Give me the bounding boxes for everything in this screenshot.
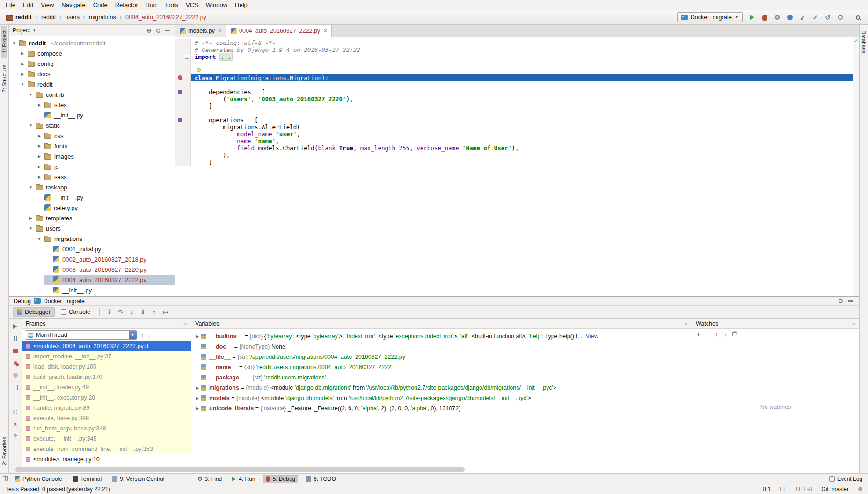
frame-row[interactable]: execute, __init__.py:345 [22,434,191,444]
tree-item[interactable]: ▶docs [9,69,175,79]
variable-row[interactable]: ▶models = {module} <module 'django.db.mo… [191,393,692,403]
tree-item[interactable]: ▶templates [9,213,175,223]
tree-item[interactable]: 0003_auto_20160327_2220.py [9,264,175,275]
variable-row[interactable]: __name__ = {str} 'reddit.users.migration… [191,362,692,372]
vcs-update-button[interactable]: ↙ [797,12,808,22]
chevron-expanded-icon[interactable]: ▼ [28,93,34,97]
tree-item[interactable]: ▼static [9,120,175,131]
close-button[interactable]: × [11,420,20,428]
toolwindow-switcher-icon[interactable] [3,476,8,481]
frame-row[interactable]: __init__, loader.py:49 [22,382,191,392]
close-icon[interactable]: × [324,28,327,34]
tool-button-6-todo[interactable]: 6: TODO [303,475,339,483]
tree-item[interactable]: __init__.py [9,285,175,295]
force-step-into-icon[interactable]: ⇓ [138,308,148,316]
tree-item[interactable]: ▶compose [9,48,175,58]
chevron-collapsed-icon[interactable]: ▶ [194,386,201,390]
chevron-collapsed-icon[interactable]: ▶ [36,165,43,169]
breadcrumb-item[interactable]: users [64,14,81,21]
vcs-rollback-button[interactable]: ↺ [822,12,833,22]
tree-item[interactable]: ▼users [9,223,175,233]
frame-row[interactable]: handle, migrate.py:89 [22,403,191,413]
menu-item-run[interactable]: Run [142,0,160,10]
variable-row[interactable]: ▶migrations = {module} <module 'django.d… [191,383,692,393]
notifications-icon[interactable] [858,487,862,491]
chevron-collapsed-icon[interactable]: ▶ [194,334,201,339]
chevron-collapsed-icon[interactable]: ▶ [36,103,43,107]
line-separator-indicator[interactable]: LF [780,486,787,493]
breadcrumb-item[interactable]: migrations [88,14,117,21]
tree-item[interactable]: celery.py [9,203,175,213]
hide-panel-button[interactable] [164,27,171,34]
move-down-icon[interactable]: ↓ [724,331,727,338]
chevron-collapsed-icon[interactable]: ▶ [36,175,43,179]
view-link[interactable]: View [586,333,598,340]
locate-button[interactable] [145,27,153,34]
step-out-icon[interactable]: ↑ [149,308,160,316]
breadcrumb-item[interactable]: 0004_auto_20160327_2222.py [124,14,208,21]
pin-button[interactable] [11,408,20,415]
coverage-button[interactable] [772,12,783,22]
tree-item[interactable]: ▶config [9,58,175,69]
tool-button-python-console[interactable]: Python Console [12,475,65,483]
tool-button-4-run[interactable]: 4: Run [229,475,258,483]
step-into-icon[interactable]: ↓ [127,308,137,316]
debug-tab-debugger[interactable]: Debugger [13,307,55,317]
history-button[interactable] [835,12,846,22]
move-up-icon[interactable]: ↑ [715,331,718,338]
tree-item[interactable]: __init__.py [9,192,175,203]
frame-row[interactable]: run_from_argv, base.py:348 [22,423,191,434]
tool-stripe-1-project[interactable]: 1: Project [1,26,7,58]
tree-item[interactable]: 0001_initial.py [9,244,175,254]
float-panel-icon[interactable]: ↗ [852,321,855,327]
menu-item-window[interactable]: Window [202,0,231,10]
search-everywhere-button[interactable] [852,12,863,22]
horizontal-scrollbar[interactable] [15,467,465,472]
caret-position[interactable]: 8:1 [763,486,771,493]
view-breakpoints-button[interactable] [11,359,20,367]
file-encoding-indicator[interactable]: UTF-8 [796,486,812,493]
menu-item-view[interactable]: View [37,0,58,10]
status-message[interactable]: Tests Passed: 0 passed (yesterday 22:21) [6,486,110,493]
frame-row[interactable]: import_module, __init__.py:37 [22,351,191,362]
tree-item[interactable]: ▶js [9,161,175,172]
chevron-collapsed-icon[interactable]: ▶ [36,154,43,159]
tool-button-event-log[interactable]: Event Log [826,475,865,483]
variable-row[interactable]: __doc__ = {NoneType} None [191,341,692,352]
chevron-collapsed-icon[interactable]: ▶ [19,51,26,56]
inspection-status-icon[interactable]: ✓ [853,37,859,44]
editor-tab[interactable]: 0004_auto_20160327_2222.py× [226,25,332,37]
debug-tab-console[interactable]: Console [57,307,95,317]
chevron-expanded-icon[interactable]: ▼ [28,185,34,189]
menu-item-tools[interactable]: Tools [160,0,182,10]
resume-button[interactable] [11,323,20,330]
chevron-collapsed-icon[interactable]: ▶ [36,134,43,138]
chevron-collapsed-icon[interactable]: ▶ [19,72,26,76]
settings-button[interactable] [154,27,162,34]
tree-item[interactable]: ▼taskapp [9,182,175,192]
tree-item[interactable]: ▼reddit [9,79,175,89]
breakpoint-icon[interactable] [178,75,182,80]
breadcrumb-item[interactable]: reddit [5,14,33,21]
frame-row[interactable]: <module>, manage.py:10 [22,454,191,465]
frame-row[interactable]: <module>, 0004_auto_20160327_2222.py:8 [22,341,191,351]
breadcrumb-item[interactable]: reddit [40,14,57,21]
duplicate-icon[interactable] [732,332,736,336]
frame-row[interactable]: execute, base.py:399 [22,413,191,423]
previous-frame-icon[interactable]: ↑ [141,332,144,339]
tool-button-terminal[interactable]: Terminal [70,475,104,483]
tool-button-3-find[interactable]: 3: Find [195,475,225,483]
tree-item[interactable]: ▶css [9,131,175,141]
vcs-branch-indicator[interactable]: Git: master [821,486,849,493]
intention-bulb-icon[interactable] [197,68,201,72]
help-button[interactable]: ? [11,432,20,440]
frame-row[interactable]: __init__, executor.py:20 [22,392,191,403]
hide-debug-button[interactable] [847,298,854,305]
editor-body[interactable]: # -*- coding: utf-8 -*-# Generated by Dj… [175,37,853,296]
menu-item-help[interactable]: Help [231,0,251,10]
tool-button-9-version-control[interactable]: 9: Version Control [109,475,167,483]
fold-expand-icon[interactable]: + [185,55,189,59]
tree-item[interactable]: 0002_auto_20160327_2018.py [9,254,175,264]
debug-settings-button[interactable] [837,298,844,305]
run-to-cursor-icon[interactable]: ↦ [160,308,171,316]
